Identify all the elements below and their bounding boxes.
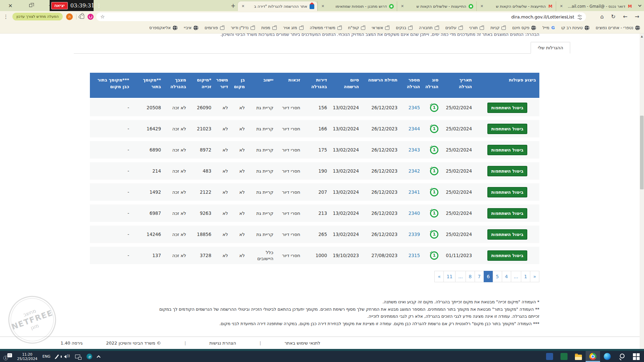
- tab-close-icon[interactable]: ✕: [321, 4, 325, 8]
- browser-tab[interactable]: אתר ההרשמה להגרלות "דירה ב ✕: [238, 1, 317, 11]
- eset-icon[interactable]: e: [87, 354, 92, 359]
- cancel-participation-button[interactable]: ביטול השתתפות: [487, 187, 528, 197]
- volume-icon[interactable]: )): [64, 354, 70, 359]
- page-button[interactable]: 11: [443, 271, 455, 282]
- reload-icon[interactable]: ↻: [611, 13, 615, 20]
- bookmark-item[interactable]: איביי: [184, 25, 198, 30]
- tab-close-icon[interactable]: ✕: [559, 4, 564, 8]
- taskbar-clock[interactable]: 11:20 25/12/2024: [17, 352, 38, 361]
- browser-tab[interactable]: התייעצות - שלשולים הקאות ש ✕: [476, 1, 556, 11]
- tray-expand-icon[interactable]: [97, 355, 101, 359]
- cancel-participation-button[interactable]: ביטול השתתפות: [487, 103, 528, 113]
- pen-icon[interactable]: [56, 354, 59, 358]
- taskbar-app[interactable]: [614, 351, 629, 362]
- tab-search-icon[interactable]: [635, 1, 644, 10]
- taskbar-app[interactable]: [557, 351, 571, 362]
- browser-menu-icon[interactable]: ⋮: [3, 14, 9, 20]
- notifications-icon[interactable]: 1: [3, 353, 12, 360]
- lottery-number-link[interactable]: 2345: [401, 103, 423, 113]
- taskbar-app[interactable]: [542, 351, 557, 362]
- cell-win-position: 26090: [190, 103, 215, 113]
- lottery-number-link[interactable]: 2340: [401, 208, 423, 218]
- timer-menu-icon[interactable]: ⋮: [97, 4, 102, 7]
- bookmark-star-icon[interactable]: ☆: [100, 14, 105, 20]
- cell-registration-start: 26/12/2023: [362, 166, 401, 176]
- scrollbar-thumb[interactable]: [640, 116, 644, 189]
- cancel-participation-button[interactable]: ביטול השתתפות: [487, 250, 528, 261]
- page-button[interactable]: 4: [502, 271, 511, 282]
- cancel-participation-button[interactable]: ביטול השתתפות: [487, 166, 528, 176]
- extensions-puzzle-icon[interactable]: [80, 14, 84, 19]
- home-icon[interactable]: ⌂: [600, 13, 604, 20]
- taskbar-app[interactable]: [629, 351, 643, 362]
- bookmark-item[interactable]: נדל"ן ודיור: [231, 25, 255, 30]
- page-button[interactable]: 1: [521, 271, 530, 282]
- bookmark-item[interactable]: קניות: [490, 25, 506, 30]
- page-button[interactable]: «: [434, 271, 444, 282]
- restore-window-icon[interactable]: [26, 2, 35, 9]
- bookmark-item[interactable]: מפות: [261, 25, 277, 30]
- bookmark-item[interactable]: פקס חינם: [512, 25, 536, 30]
- browser-tab[interactable]: דרוש מתכנן - תוספות שמתאימו ✕: [317, 1, 397, 11]
- lottery-number-link[interactable]: 2342: [401, 166, 423, 176]
- bookmark-item[interactable]: בנקים: [396, 25, 413, 30]
- taskbar-app[interactable]: [586, 351, 600, 362]
- lottery-number-link[interactable]: 2339: [401, 229, 423, 239]
- site-settings-icon[interactable]: [578, 16, 582, 19]
- close-window-icon[interactable]: ×: [6, 2, 15, 9]
- taskbar-app[interactable]: [600, 351, 614, 362]
- lottery-number-link[interactable]: 2344: [401, 124, 423, 134]
- new-tab-button[interactable]: +: [228, 1, 238, 10]
- cancel-participation-button[interactable]: ביטול השתתפות: [487, 145, 528, 155]
- bookmark-item[interactable]: אשראי: [372, 25, 389, 30]
- tab-close-icon[interactable]: ✕: [480, 4, 484, 8]
- bookmark-item[interactable]: תורני: [469, 25, 484, 30]
- scroll-up-icon[interactable]: ▲: [640, 34, 644, 38]
- vertical-scrollbar[interactable]: ▲: [640, 34, 644, 349]
- lottery-type-icon: 1✓: [430, 251, 438, 260]
- page-button[interactable]: ...: [511, 271, 521, 282]
- language-indicator[interactable]: ENG: [43, 354, 51, 359]
- bookmark-item[interactable]: נטפרי - אתרים נפוצים: [596, 25, 640, 30]
- lottery-number-link[interactable]: 2341: [401, 187, 423, 197]
- bookmark-item[interactable]: מייל: [542, 25, 555, 30]
- page-button[interactable]: 7: [475, 271, 484, 282]
- forward-icon[interactable]: ←: [623, 13, 627, 20]
- lottery-number-link[interactable]: 2343: [401, 145, 423, 155]
- cancel-participation-button[interactable]: ביטול השתתפות: [487, 124, 528, 134]
- network-icon[interactable]: [75, 355, 80, 358]
- bookmark-item[interactable]: עלונים: [445, 25, 463, 30]
- page-button[interactable]: 6: [484, 271, 493, 282]
- lottery-number-link[interactable]: 2315: [401, 250, 423, 260]
- bookmark-item[interactable]: פורומים: [205, 25, 224, 30]
- cell-queue-position: 20508: [132, 103, 164, 113]
- tab-close-icon[interactable]: ✕: [400, 4, 405, 8]
- tab-close-icon[interactable]: ✕: [241, 4, 245, 8]
- cell-lottery-status: לא זכה: [164, 250, 190, 260]
- cancel-participation-button[interactable]: ביטול השתתפות: [487, 229, 528, 240]
- browser-tab[interactable]: דואר נכנס - @gmail.com - Gmail ✕: [556, 1, 635, 11]
- restart-update-pill[interactable]: הפעלה מחדש לצורך עדכון: [12, 13, 63, 20]
- cancel-participation-button[interactable]: ביטול השתתפות: [487, 208, 528, 219]
- tab-my-lotteries[interactable]: ההגרלות שלי: [531, 42, 570, 54]
- bookmark-item[interactable]: משרדי ממשלה: [310, 25, 342, 30]
- bookmark-item[interactable]: תחבורה: [419, 25, 439, 30]
- bookmark-item[interactable]: טעינת רב קו: [561, 25, 589, 30]
- bookmark-item[interactable]: מזג אויר: [283, 25, 304, 30]
- url-text[interactable]: dira.moch.gov.il/LotteriesList: [511, 14, 574, 19]
- bookmark-item[interactable]: קופ"ח: [348, 25, 366, 30]
- taskbar-app[interactable]: [571, 351, 586, 362]
- back-icon[interactable]: →: [635, 13, 639, 20]
- exit-button[interactable]: יציאה: [51, 2, 68, 9]
- page-button[interactable]: »: [530, 271, 539, 282]
- page-button[interactable]: ...: [455, 271, 466, 282]
- accessibility-link[interactable]: הצהרת נגישות: [209, 341, 236, 346]
- address-bar[interactable]: ☆ dira.moch.gov.il/LotteriesList: [96, 12, 586, 21]
- browser-tab[interactable]: התייעצות - שלשולים הקאות ש ✕: [397, 1, 476, 11]
- extension-pink-icon[interactable]: [88, 14, 94, 20]
- bookmark-item[interactable]: אליאקספרס: [149, 25, 177, 30]
- extension-he-icon[interactable]: ה: [66, 13, 73, 20]
- terms-link[interactable]: לתנאי שימוש באתר: [284, 341, 320, 346]
- page-button[interactable]: 8: [466, 271, 475, 282]
- page-button[interactable]: 5: [493, 271, 502, 282]
